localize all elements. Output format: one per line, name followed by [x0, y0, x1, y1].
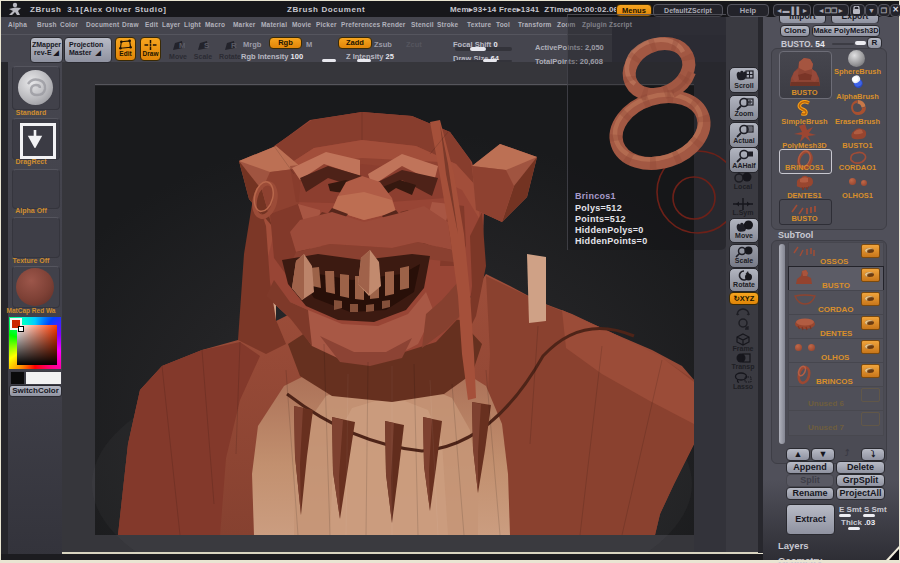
svg-text:Points=512: Points=512: [575, 214, 626, 224]
svg-text:Polys=512: Polys=512: [575, 203, 622, 213]
svg-text:HiddenPoints=0: HiddenPoints=0: [575, 236, 647, 246]
svg-text:HiddenPolys=0: HiddenPolys=0: [575, 225, 644, 235]
svg-text:Brincos1: Brincos1: [575, 191, 616, 201]
